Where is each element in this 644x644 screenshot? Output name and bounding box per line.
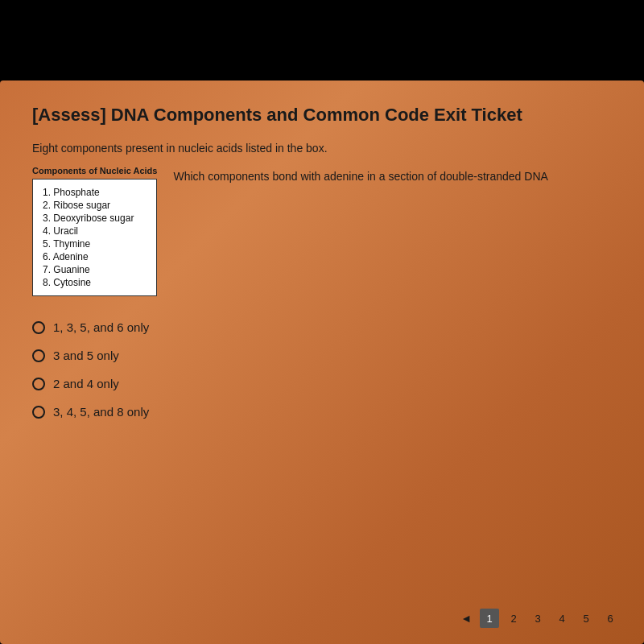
page-number-5[interactable]: 5 bbox=[576, 609, 596, 628]
component-item: 6. Adenine bbox=[43, 250, 147, 263]
content-area: Components of Nucleic Acids 1. Phosphate… bbox=[32, 166, 612, 296]
component-item: 5. Thymine bbox=[43, 237, 147, 250]
component-item: 8. Cytosine bbox=[43, 276, 147, 289]
radio-circle bbox=[32, 378, 45, 390]
components-box: 1. Phosphate2. Ribose sugar3. Deoxyribos… bbox=[32, 179, 157, 296]
radio-circle bbox=[32, 321, 45, 334]
answer-option-d[interactable]: 3, 4, 5, and 8 only bbox=[32, 405, 612, 419]
page-number-3[interactable]: 3 bbox=[528, 609, 547, 628]
main-screen: [Assess] DNA Components and Common Code … bbox=[0, 80, 644, 644]
component-item: 4. Uracil bbox=[43, 225, 147, 237]
option-label: 2 and 4 only bbox=[53, 377, 119, 390]
option-label: 3, 4, 5, and 8 only bbox=[53, 405, 149, 419]
component-item: 1. Phosphate bbox=[43, 186, 147, 199]
option-label: 1, 3, 5, and 6 only bbox=[53, 320, 149, 334]
page-title: [Assess] DNA Components and Common Code … bbox=[32, 105, 612, 126]
subtitle-text: Eight components present in nucleic acid… bbox=[32, 142, 612, 155]
page-number-1[interactable]: 1 bbox=[480, 609, 499, 628]
page-number-4[interactable]: 4 bbox=[552, 609, 572, 628]
box-label: Components of Nucleic Acids bbox=[32, 166, 157, 175]
component-item: 3. Deoxyribose sugar bbox=[43, 212, 147, 225]
answer-option-a[interactable]: 1, 3, 5, and 6 only bbox=[32, 320, 612, 334]
option-label: 3 and 5 only bbox=[53, 349, 119, 362]
page-number-2[interactable]: 2 bbox=[504, 609, 523, 628]
component-item: 2. Ribose sugar bbox=[43, 199, 147, 212]
page-number-6[interactable]: 6 bbox=[601, 609, 620, 628]
radio-circle bbox=[32, 406, 45, 419]
pagination: ◄ 123456 bbox=[457, 609, 620, 628]
component-item: 7. Guanine bbox=[43, 263, 147, 276]
radio-circle bbox=[32, 349, 45, 362]
question-text: Which components bond with adenine in a … bbox=[173, 166, 612, 185]
answer-option-b[interactable]: 3 and 5 only bbox=[32, 349, 612, 362]
answer-options: 1, 3, 5, and 6 only3 and 5 only2 and 4 o… bbox=[32, 320, 612, 419]
answer-option-c[interactable]: 2 and 4 only bbox=[32, 377, 612, 390]
prev-arrow[interactable]: ◄ bbox=[457, 610, 475, 626]
components-wrapper: Components of Nucleic Acids 1. Phosphate… bbox=[32, 166, 157, 296]
